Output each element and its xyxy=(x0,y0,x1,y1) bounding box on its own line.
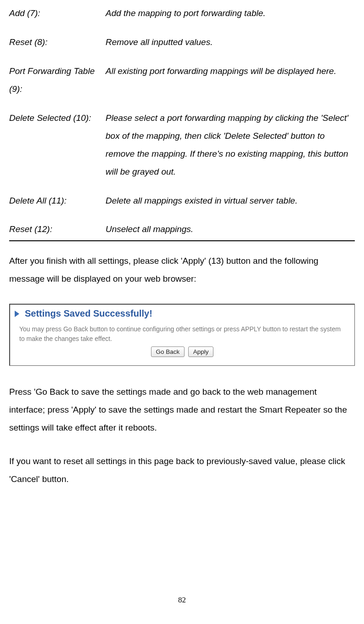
definition-row: Delete All (11): Delete all mappings exi… xyxy=(9,192,355,210)
go-back-apply-paragraph: Press 'Go Back to save the settings made… xyxy=(9,383,355,437)
definition-term: Delete All (11): xyxy=(9,192,106,210)
dialog-button-row: Go Back Apply xyxy=(10,346,354,365)
definition-term: Add (7): xyxy=(9,5,106,23)
definition-term: Reset (8): xyxy=(9,34,106,51)
definition-term: Reset (12): xyxy=(9,221,106,238)
section-divider xyxy=(9,240,355,241)
page-number: 82 xyxy=(0,596,364,605)
definition-desc: All existing port forwarding mappings wi… xyxy=(106,62,355,98)
definition-row: Port Forwarding Table (9): All existing … xyxy=(9,62,355,98)
definition-row: Reset (12): Unselect all mappings. xyxy=(9,221,355,238)
dialog-title: Settings Saved Successfully! xyxy=(25,308,152,319)
definition-row: Add (7): Add the mapping to port forward… xyxy=(9,5,355,23)
definition-term: Port Forwarding Table (9): xyxy=(9,62,106,98)
dialog-body-text: You may press Go Back button to continue… xyxy=(10,320,354,346)
definition-row: Delete Selected (10): Please select a po… xyxy=(9,109,355,181)
definition-desc: Delete all mappings existed in virtual s… xyxy=(106,192,355,210)
settings-saved-dialog: Settings Saved Successfully! You may pre… xyxy=(9,304,355,366)
definition-desc: Please select a port forwarding mapping … xyxy=(106,109,355,181)
reset-paragraph: If you want to reset all settings in thi… xyxy=(9,453,355,488)
go-back-button[interactable]: Go Back xyxy=(151,346,185,357)
svg-marker-0 xyxy=(15,311,19,317)
instruction-paragraph: After you finish with all settings, plea… xyxy=(9,252,355,288)
apply-button[interactable]: Apply xyxy=(188,346,214,357)
definition-row: Reset (8): Remove all inputted values. xyxy=(9,34,355,51)
definition-desc: Unselect all mappings. xyxy=(106,221,355,238)
definition-list: Add (7): Add the mapping to port forward… xyxy=(9,5,355,238)
definition-desc: Remove all inputted values. xyxy=(106,34,355,51)
dialog-header: Settings Saved Successfully! xyxy=(10,305,354,320)
definition-term: Delete Selected (10): xyxy=(9,109,106,181)
definition-desc: Add the mapping to port forwarding table… xyxy=(106,5,355,23)
arrow-right-icon xyxy=(15,311,22,317)
